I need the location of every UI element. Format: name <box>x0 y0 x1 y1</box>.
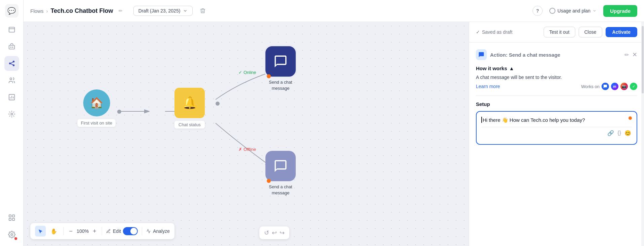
delete-button[interactable] <box>197 5 209 17</box>
redo-button[interactable]: ↪ <box>280 229 285 237</box>
settings-notification-dot <box>14 237 17 240</box>
panel-content: Action: Send a chat message ✏ ✕ How it w… <box>469 43 644 246</box>
test-it-out-button[interactable]: Test it out <box>544 27 575 37</box>
send-chat-offline-label: Send a chatmessage <box>265 184 296 196</box>
connector-dot-orange-2 <box>267 179 271 183</box>
upgrade-button[interactable]: Upgrade <box>603 5 637 17</box>
analyze-button[interactable]: Analyze <box>146 228 170 234</box>
svg-rect-1 <box>9 45 14 49</box>
svg-point-6 <box>13 65 14 66</box>
usage-and-plan-button[interactable]: Usage and plan <box>547 6 599 16</box>
send-chat-offline-node[interactable]: Send a chatmessage <box>265 151 296 196</box>
undo-button[interactable]: ↺ <box>264 229 269 237</box>
toolbar-separator-1 <box>63 227 64 235</box>
learn-more-link[interactable]: Learn more <box>476 84 500 89</box>
setup-title: Setup <box>476 101 637 107</box>
svg-point-7 <box>10 78 12 80</box>
header: Flows › Tech.co Chatbot Flow ✏ Draft (Ja… <box>24 0 644 22</box>
breadcrumb: Flows › Tech.co Chatbot Flow ✏ <box>30 6 125 16</box>
flow-canvas[interactable]: 🏠 First visit on site 🔔 Chat status ✓ On… <box>24 22 644 246</box>
svg-rect-10 <box>9 215 11 217</box>
toolbar-separator-3 <box>142 227 142 235</box>
zoom-in-button[interactable]: + <box>92 228 98 235</box>
connector-dot-1 <box>117 110 121 114</box>
chevron-up-icon: ▲ <box>509 65 514 71</box>
zoom-value: 100% <box>76 228 90 234</box>
platform-messenger-icon: m <box>611 83 618 90</box>
svg-rect-12 <box>9 218 11 220</box>
panel-toolbar: ✓ Saved as draft Test it out Close Activ… <box>469 22 644 43</box>
sidebar-item-bot[interactable] <box>4 39 19 54</box>
platform-chat-icon <box>602 83 609 90</box>
right-panel: ✓ Saved as draft Test it out Close Activ… <box>469 22 644 246</box>
sidebar-item-contacts[interactable] <box>4 73 19 88</box>
toolbar-separator-2 <box>102 227 102 235</box>
canvas-toolbar: ✋ − 100% + Edit Analyze <box>30 223 174 239</box>
sidebar-item-flows[interactable] <box>4 56 19 71</box>
select-tool-button[interactable] <box>35 226 46 237</box>
first-visit-node[interactable]: 🏠 First visit on site <box>77 89 116 127</box>
sidebar-logo: 💬 <box>5 4 19 18</box>
svg-rect-13 <box>12 218 14 220</box>
zoom-controls: − 100% + <box>68 228 98 235</box>
chat-status-node[interactable]: 🔔 Chat status <box>174 88 205 129</box>
how-it-works-label: How it works <box>476 65 507 71</box>
message-toolbar: 🔗 {} 😊 <box>481 127 632 138</box>
connector-dot-orange-1 <box>267 74 271 78</box>
offline-status-label: ✗ Offline <box>238 147 256 152</box>
how-it-works-section: How it works ▲ A chat message will be se… <box>476 65 637 90</box>
connector-dot-2 <box>216 102 220 106</box>
code-icon[interactable]: {} <box>617 130 621 136</box>
header-right: ? Usage and plan Upgrade <box>533 5 637 17</box>
undo2-button[interactable]: ↩ <box>272 229 277 237</box>
saved-draft-status: ✓ Saved as draft <box>476 29 512 35</box>
setup-section: Setup Hi there 👋 How can Tech.co help yo… <box>476 101 637 145</box>
sidebar-item-settings[interactable] <box>4 227 19 242</box>
title-edit-icon[interactable]: ✏ <box>116 6 125 16</box>
help-icon: ? <box>536 8 539 13</box>
page-title: Tech.co Chatbot Flow <box>51 7 113 15</box>
sidebar-item-automation[interactable] <box>4 107 19 121</box>
learn-more-row: Learn more Works on m 📷 ✓ <box>476 83 637 90</box>
svg-rect-11 <box>12 215 14 217</box>
svg-point-14 <box>11 234 13 236</box>
check-icon: ✓ <box>476 29 480 35</box>
svg-point-3 <box>12 47 13 48</box>
panel-scrollbar-thumb[interactable] <box>642 26 644 93</box>
draft-dropdown[interactable]: Draft (Jan 23, 2025) <box>133 6 193 16</box>
pan-tool-button[interactable]: ✋ <box>49 226 59 237</box>
panel-header: Action: Send a chat message ✏ ✕ <box>476 49 637 60</box>
edit-toggle-switch[interactable] <box>123 227 138 235</box>
how-it-works-toggle[interactable]: How it works ▲ <box>476 65 637 71</box>
help-button[interactable]: ? <box>533 6 543 16</box>
breadcrumb-separator: › <box>46 8 48 14</box>
breadcrumb-flows[interactable]: Flows <box>30 8 43 14</box>
sidebar-item-apps[interactable] <box>4 210 19 225</box>
how-it-works-description: A chat message will be sent to the visit… <box>476 75 637 80</box>
send-chat-online-node[interactable]: Send a chatmessage <box>265 46 296 91</box>
edit-label: Edit <box>113 228 121 234</box>
panel-action-icon <box>476 49 487 60</box>
undo-redo-toolbar: ↺ ↩ ↪ <box>259 226 289 239</box>
panel-scrollbar-track <box>641 22 644 246</box>
platform-whatsapp-icon: ✓ <box>630 83 637 90</box>
works-on-section: Works on m 📷 ✓ <box>581 83 637 90</box>
sidebar-item-inbox[interactable] <box>4 22 19 37</box>
send-chat-online-label: Send a chatmessage <box>265 79 296 91</box>
sidebar-item-reports[interactable] <box>4 90 19 105</box>
message-input-box[interactable]: Hi there 👋 How can Tech.co help you toda… <box>476 111 637 145</box>
toggle-knob <box>130 228 137 235</box>
svg-point-5 <box>13 61 14 62</box>
usage-icon <box>549 8 555 14</box>
svg-point-9 <box>11 113 13 115</box>
panel-close-icon[interactable]: ✕ <box>632 51 637 58</box>
activate-button[interactable]: Activate <box>606 27 637 37</box>
usage-label: Usage and plan <box>557 8 590 13</box>
panel-edit-button[interactable]: ✏ <box>624 52 629 58</box>
emoji-icon[interactable]: 😊 <box>624 130 631 136</box>
analyze-label: Analyze <box>153 228 170 234</box>
zoom-out-button[interactable]: − <box>68 228 74 235</box>
close-button[interactable]: Close <box>579 27 602 37</box>
message-text: Hi there 👋 How can Tech.co help you toda… <box>481 116 632 124</box>
link-icon[interactable]: 🔗 <box>607 130 614 136</box>
